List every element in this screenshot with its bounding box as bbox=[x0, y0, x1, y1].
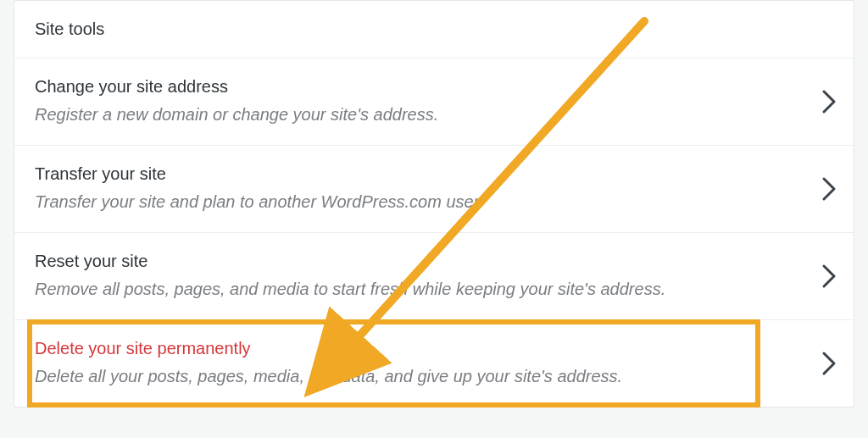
annotation-highlight-box bbox=[27, 319, 760, 408]
chevron-right-icon bbox=[821, 176, 837, 202]
row-desc: Delete all your posts, pages, media, and… bbox=[35, 365, 799, 388]
chevron-right-icon bbox=[821, 89, 837, 114]
row-title: Change your site address bbox=[35, 77, 799, 97]
row-transfer-site[interactable]: Transfer your site Transfer your site an… bbox=[14, 146, 854, 233]
row-title: Transfer your site bbox=[35, 164, 799, 184]
panel-title: Site tools bbox=[35, 19, 104, 38]
row-desc: Register a new domain or change your sit… bbox=[35, 103, 799, 126]
chevron-right-icon bbox=[821, 351, 837, 376]
site-tools-panel: Site tools Change your site address Regi… bbox=[14, 0, 854, 408]
row-title: Delete your site permanently bbox=[35, 339, 799, 358]
row-desc: Remove all posts, pages, and media to st… bbox=[35, 278, 799, 301]
row-desc: Transfer your site and plan to another W… bbox=[35, 191, 799, 213]
row-title: Reset your site bbox=[35, 252, 799, 271]
row-delete-site-permanently[interactable]: Delete your site permanently Delete all … bbox=[14, 320, 854, 407]
chevron-right-icon bbox=[821, 263, 837, 289]
panel-header: Site tools bbox=[14, 1, 854, 58]
row-change-site-address[interactable]: Change your site address Register a new … bbox=[14, 58, 854, 146]
row-reset-site[interactable]: Reset your site Remove all posts, pages,… bbox=[14, 233, 854, 320]
